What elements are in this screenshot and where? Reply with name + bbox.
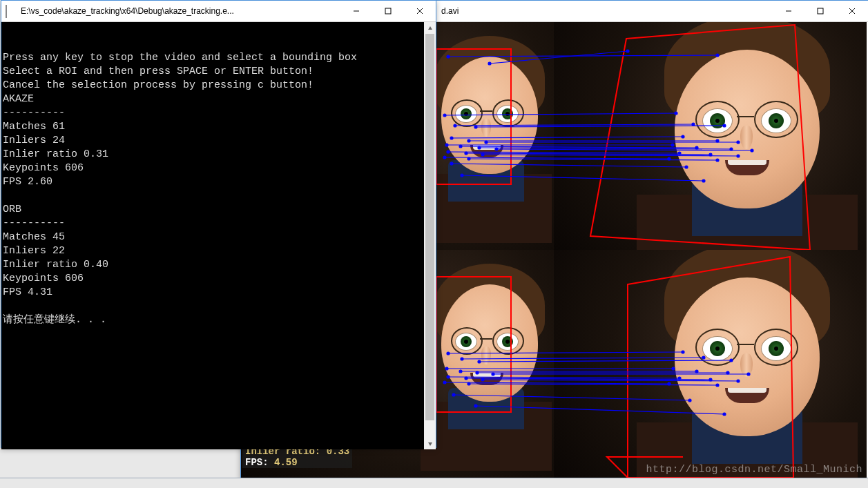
akaze-right-frame <box>554 22 867 250</box>
console-line: Matches 45 <box>3 231 65 243</box>
console-line: 请按任意键继续. . . <box>3 314 106 326</box>
minimize-button[interactable] <box>773 1 804 21</box>
bridge <box>737 344 754 345</box>
console-line: Keypoints 606 <box>3 162 84 174</box>
console-line: Cancel the selection process by pressing… <box>3 79 314 91</box>
console-line: Press any key to stop the video and sele… <box>3 52 357 64</box>
maximize-button[interactable] <box>372 1 404 21</box>
minimize-button[interactable] <box>340 1 372 21</box>
akaze-roi-box <box>436 48 512 185</box>
watermark: http://blog.csdn.net/Small_Munich <box>646 464 862 476</box>
console-app-icon <box>6 6 17 17</box>
svg-marker-109 <box>428 26 432 30</box>
console-title: E:\vs_code\akaze_tracking\x64\Debug\akaz… <box>21 6 340 16</box>
console-line: Inlier ratio 0.40 <box>3 259 108 271</box>
glasses-l <box>695 101 740 138</box>
scroll-thumb[interactable] <box>425 34 434 420</box>
console-line: FPS 4.31 <box>3 286 52 298</box>
scroll-down-button[interactable] <box>424 438 436 449</box>
close-button[interactable] <box>836 1 868 21</box>
console-titlebar[interactable]: E:\vs_code\akaze_tracking\x64\Debug\akaz… <box>1 1 436 22</box>
console-line: Inliers 22 <box>3 245 65 257</box>
console-line: Keypoints 606 <box>3 273 84 284</box>
glasses-r <box>754 101 798 138</box>
console-output[interactable]: Press any key to stop the video and sele… <box>1 22 436 449</box>
svg-marker-110 <box>428 442 432 446</box>
console-line: Select a ROI and then press SPACE or ENT… <box>3 66 314 77</box>
nose <box>740 353 753 377</box>
svg-rect-106 <box>385 8 391 14</box>
video-window-buttons <box>773 1 868 21</box>
console-line: Inliers 24 <box>3 135 65 146</box>
maximize-button[interactable] <box>804 1 836 21</box>
orb-roi-box <box>436 276 512 413</box>
close-button[interactable] <box>404 1 436 21</box>
console-line: ---------- <box>3 217 65 229</box>
console-line: Inlier ratio 0.31 <box>3 148 108 160</box>
bridge <box>737 116 754 117</box>
console-line: FPS 2.60 <box>3 176 52 188</box>
glasses-r <box>754 329 798 366</box>
console-line: AKAZE <box>3 93 34 105</box>
face-big <box>637 22 858 250</box>
glasses-l <box>695 329 740 366</box>
nose <box>740 126 753 149</box>
console-scrollbar[interactable] <box>424 22 436 449</box>
svg-rect-1 <box>818 8 823 14</box>
fps-label: FPS: <box>245 457 269 468</box>
orb-right-frame <box>554 250 867 478</box>
console-window-buttons <box>340 1 436 21</box>
console-line: ---------- <box>3 107 65 119</box>
teeth <box>728 388 766 393</box>
scroll-up-button[interactable] <box>424 22 436 34</box>
fps-value: 4.59 <box>274 457 298 468</box>
console-line: Matches 61 <box>3 121 65 133</box>
console-line: ORB <box>3 204 21 215</box>
face-big <box>637 250 858 478</box>
teeth <box>728 160 766 165</box>
taskbar-sliver <box>0 478 868 488</box>
console-window: E:\vs_code\akaze_tracking\x64\Debug\akaz… <box>1 0 436 448</box>
